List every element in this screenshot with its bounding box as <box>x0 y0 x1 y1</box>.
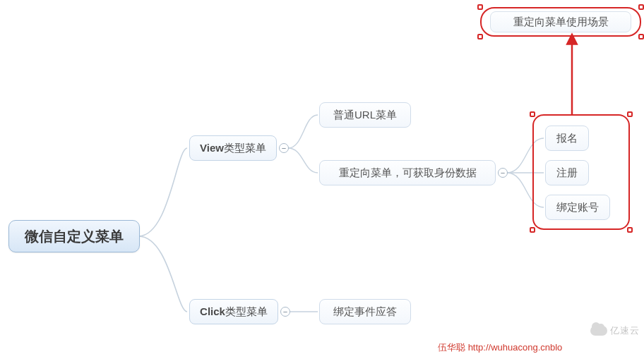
highlight-handle <box>530 111 535 117</box>
toggle-click[interactable] <box>280 307 290 317</box>
node-view-label: View类型菜单 <box>200 142 266 155</box>
toggle-view[interactable] <box>279 143 289 153</box>
highlight-handle <box>638 4 644 10</box>
cloud-icon <box>590 326 607 336</box>
highlight-handle <box>638 34 644 39</box>
node-bind-event-response[interactable]: 绑定事件应答 <box>319 299 411 324</box>
highlight-handle <box>477 34 483 39</box>
toggle-redirect[interactable] <box>498 168 508 178</box>
node-redirect-menu[interactable]: 重定向菜单，可获取身份数据 <box>319 160 496 185</box>
node-click-label: Click类型菜单 <box>200 305 268 319</box>
watermark-text: 亿速云 <box>610 324 640 337</box>
highlight-handle <box>627 111 633 117</box>
node-normal-url-menu[interactable]: 普通URL菜单 <box>319 102 411 128</box>
node-bind-event-label: 绑定事件应答 <box>333 305 397 319</box>
node-root[interactable]: 微信自定义菜单 <box>8 220 140 252</box>
callout-redirect-scene-node[interactable]: 重定向菜单使用场景 <box>490 11 631 32</box>
attribution-text: 伍华聪 http://wuhuacong.cnblo <box>438 341 562 354</box>
highlight-handle <box>530 227 535 233</box>
node-click-type-menu[interactable]: Click类型菜单 <box>189 299 278 324</box>
watermark: 亿速云 <box>590 324 640 337</box>
node-redirect-label: 重定向菜单，可获取身份数据 <box>339 166 477 180</box>
callout-redirect-scene-label: 重定向菜单使用场景 <box>513 16 609 29</box>
node-view-type-menu[interactable]: View类型菜单 <box>189 135 277 161</box>
highlight-redirect-children <box>532 114 630 230</box>
highlight-handle <box>477 4 483 10</box>
node-root-label: 微信自定义菜单 <box>25 227 124 246</box>
highlight-handle <box>627 227 633 233</box>
node-normal-url-label: 普通URL菜单 <box>333 109 397 122</box>
